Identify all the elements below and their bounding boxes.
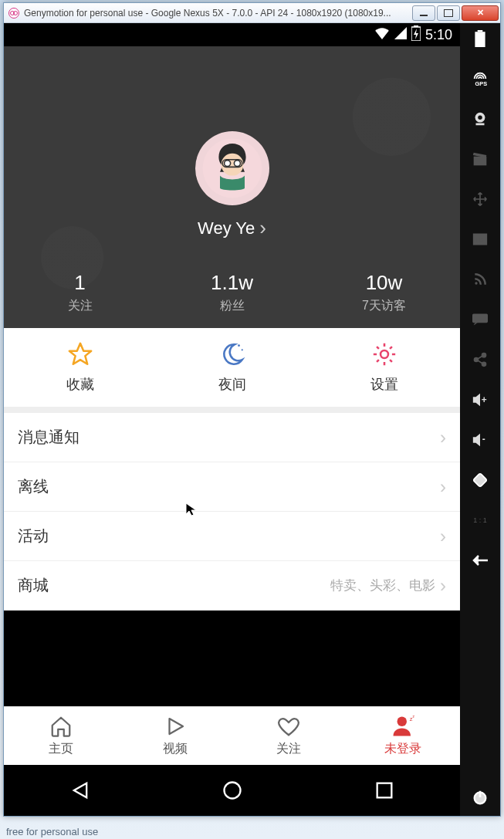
window-title: Genymotion for personal use - Google Nex… (24, 8, 411, 19)
avatar[interactable] (195, 131, 269, 205)
play-icon (163, 715, 188, 738)
stat-followers[interactable]: 1.1w 粉丝 (156, 271, 308, 314)
svg-text:-: - (482, 434, 485, 445)
svg-point-6 (234, 161, 240, 167)
heart-icon (276, 715, 301, 738)
tab-profile[interactable]: zz 未登录 (346, 707, 460, 765)
svg-point-24 (475, 282, 477, 284)
battery-icon[interactable] (471, 29, 489, 48)
share-icon[interactable] (471, 350, 489, 369)
quick-actions: 收藏 夜间 设置 (4, 328, 460, 413)
volume-up-icon[interactable]: + (471, 391, 489, 409)
nav-recent[interactable] (374, 780, 395, 801)
svg-point-19 (478, 115, 482, 120)
nav-home[interactable] (222, 780, 243, 801)
menu-list: 消息通知 离线 活动 商城 特卖、头彩、电影 (4, 413, 460, 611)
id-icon[interactable]: ID (471, 230, 489, 249)
watermark-text: free for personal use (6, 826, 98, 837)
back-arrow-icon[interactable] (471, 551, 489, 570)
tab-home[interactable]: 主页 (4, 707, 118, 765)
app-icon (8, 8, 19, 19)
svg-text:ID: ID (476, 236, 484, 244)
emulator-body: 5:10 Wey Ye 1 关注 1.1w 粉丝 (4, 23, 500, 816)
star-icon (67, 341, 93, 367)
tab-video[interactable]: 视频 (118, 707, 232, 765)
scale-icon[interactable]: 1 : 1 (471, 511, 489, 529)
stat-following[interactable]: 1 关注 (4, 271, 156, 314)
user-icon: zz (391, 715, 415, 738)
svg-text:GPS: GPS (475, 80, 488, 87)
move-icon[interactable] (471, 190, 489, 208)
svg-point-5 (224, 161, 230, 167)
svg-rect-25 (472, 314, 488, 323)
device-screen: 5:10 Wey Ye 1 关注 1.1w 粉丝 (4, 23, 460, 816)
window-controls (411, 5, 499, 21)
signal-icon (394, 27, 407, 43)
profile-header: Wey Ye 1 关注 1.1w 粉丝 10w 7天访客 (4, 46, 460, 328)
emulator-toolbar: GPS ID + - 1 : 1 (460, 23, 500, 816)
bottom-tab-bar: 主页 视频 关注 zz 未登录 (4, 706, 460, 765)
home-icon (49, 715, 73, 738)
stat-visitors[interactable]: 10w 7天访客 (308, 271, 460, 314)
li-notifications[interactable]: 消息通知 (4, 413, 460, 462)
minimize-button[interactable] (412, 5, 435, 21)
svg-text:z: z (413, 715, 415, 719)
svg-rect-1 (414, 25, 418, 27)
nav-back[interactable] (69, 780, 91, 801)
gear-icon (371, 341, 397, 367)
android-status-bar: 5:10 (4, 23, 460, 46)
svg-point-9 (381, 350, 388, 358)
li-offline[interactable]: 离线 (4, 462, 460, 512)
maximize-button[interactable] (437, 5, 460, 21)
clock-text: 5:10 (425, 27, 452, 43)
power-icon[interactable] (471, 788, 489, 807)
rss-icon[interactable] (471, 270, 489, 289)
battery-charging-icon (411, 25, 421, 45)
volume-down-icon[interactable]: - (471, 431, 489, 449)
svg-point-8 (241, 349, 242, 350)
svg-rect-31 (473, 473, 487, 487)
close-button[interactable] (462, 5, 499, 21)
rotate-icon[interactable] (471, 471, 489, 489)
svg-rect-21 (474, 157, 487, 166)
li-activity[interactable]: 活动 (4, 512, 460, 561)
username-text: Wey Ye (198, 218, 255, 239)
svg-rect-16 (478, 30, 483, 32)
svg-rect-14 (377, 783, 391, 798)
window-titlebar[interactable]: Genymotion for personal use - Google Nex… (4, 3, 500, 23)
qa-favorites[interactable]: 收藏 (4, 328, 156, 407)
svg-text:+: + (482, 394, 487, 405)
moon-icon (219, 341, 245, 367)
clapper-icon[interactable] (471, 150, 489, 168)
gps-icon[interactable]: GPS (471, 69, 489, 88)
wifi-icon (374, 27, 390, 43)
svg-point-10 (397, 717, 408, 727)
camera-icon[interactable] (471, 110, 489, 128)
svg-rect-15 (475, 32, 485, 47)
svg-point-7 (238, 344, 240, 347)
stats-row: 1 关注 1.1w 粉丝 10w 7天访客 (4, 271, 460, 314)
username-row[interactable]: Wey Ye (195, 216, 269, 240)
sms-icon[interactable] (471, 310, 489, 329)
tab-follow[interactable]: 关注 (232, 707, 347, 765)
avatar-section[interactable]: Wey Ye (195, 131, 269, 240)
svg-rect-20 (476, 123, 485, 126)
qa-settings[interactable]: 设置 (308, 328, 460, 407)
android-nav-bar (4, 765, 460, 816)
qa-night[interactable]: 夜间 (156, 328, 308, 407)
svg-point-13 (224, 783, 240, 799)
emulator-window: Genymotion for personal use - Google Nex… (3, 2, 501, 817)
li-mall[interactable]: 商城 特卖、头彩、电影 (4, 561, 460, 611)
